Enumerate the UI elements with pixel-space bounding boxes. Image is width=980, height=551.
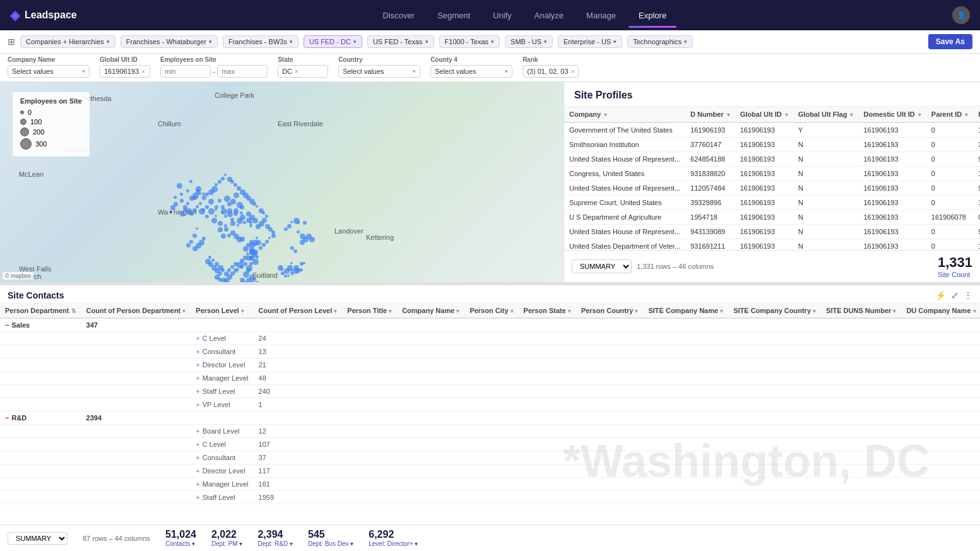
cf-stat-label[interactable]: Dept: PM ▾	[211, 540, 242, 547]
contacts-level-row[interactable]: +Director Level21	[0, 358, 980, 372]
clear-tag-icon[interactable]: ×	[571, 68, 575, 75]
contacts-level-row[interactable]: +Director Level117	[0, 465, 980, 478]
contacts-col-header[interactable]: Person Department ⇅	[0, 304, 81, 318]
sp-table-row[interactable]: Supreme Court, United States393298961619…	[564, 196, 980, 210]
field-select-input[interactable]: Select values▾	[8, 65, 90, 78]
site-profiles-table-wrap[interactable]: Company ▾D Number ▾Global Ult ID ▾Global…	[564, 107, 980, 250]
contacts-col-header[interactable]: Count of Person Department ▾	[81, 304, 191, 318]
expand-level-icon[interactable]: +	[196, 401, 199, 408]
expand-level-icon[interactable]: +	[196, 361, 199, 369]
sp-table-row[interactable]: Congress, United States93183882016190619…	[564, 167, 980, 181]
filter-pill[interactable]: Franchises - BW3s▾	[223, 35, 298, 48]
nav-item-manage[interactable]: Manage	[576, 6, 626, 25]
more-icon[interactable]: ⋮	[964, 290, 972, 300]
sp-table-row[interactable]: United States House of Represent...62485…	[564, 152, 980, 167]
sp-table-row[interactable]: United States Department of Veter...9316…	[564, 239, 980, 251]
cf-stat-label[interactable]: Dept: Bus Dev ▾	[308, 540, 353, 547]
sp-col-header[interactable]: Domestic Ult ID ▾	[858, 107, 926, 122]
filter-grid-icon[interactable]: ⊞	[8, 37, 15, 47]
contacts-level-row[interactable]: +Consultant13	[0, 345, 980, 358]
field-tag-input[interactable]: 161906193×	[100, 65, 150, 78]
sp-col-header[interactable]: Parent ID ▾	[926, 107, 973, 122]
nav-item-unify[interactable]: Unify	[483, 6, 522, 25]
range-min-input[interactable]	[160, 65, 211, 78]
sp-table-row[interactable]: Government of The United States161906193…	[564, 122, 980, 138]
contacts-level-row[interactable]: +Board Level12	[0, 425, 980, 438]
sp-table-row[interactable]: Smithsonian Institution37760147161906193…	[564, 138, 980, 152]
range-max-input[interactable]	[217, 65, 268, 78]
filter-pill[interactable]: Companies + Hierarchies▾	[20, 35, 115, 48]
sp-col-header[interactable]: Headquarter ID ▾	[973, 107, 980, 122]
save-as-button[interactable]: Save As	[928, 34, 972, 49]
logo[interactable]: ◈ Leadspace	[10, 8, 77, 23]
filter-icon[interactable]: ⚡	[935, 290, 946, 300]
contacts-col-header[interactable]: Person State ▾	[519, 304, 576, 318]
sp-table-row[interactable]: U S Department of Agriculture19547181619…	[564, 210, 980, 225]
collapse-icon[interactable]: −	[5, 414, 9, 422]
contacts-col-header[interactable]: SITE DUNS Number ▾	[821, 304, 901, 318]
filter-pill[interactable]: Enterprise - US▾	[558, 35, 622, 48]
contacts-level-row[interactable]: +VP Level1	[0, 398, 980, 412]
sp-site-count-link[interactable]: Site Count	[938, 271, 972, 278]
contacts-level-row[interactable]: +Consultant37	[0, 451, 980, 465]
field-select-input[interactable]: Select values▾	[338, 65, 420, 78]
filter-pill[interactable]: F1000 - Texas▾	[439, 35, 500, 48]
clear-tag-icon[interactable]: ×	[295, 68, 298, 75]
contacts-dept-row[interactable]: −R&D2394	[0, 412, 980, 425]
sp-table-row[interactable]: United States House of Represent...11205…	[564, 181, 980, 196]
contacts-table-wrap[interactable]: *Washington, DC Person Department ⇅Count…	[0, 304, 980, 524]
clear-tag-icon[interactable]: ×	[141, 68, 145, 75]
field-select-input[interactable]: Select values▾	[430, 65, 512, 78]
collapse-icon[interactable]: −	[5, 321, 9, 329]
sp-summary-select[interactable]: SUMMARY	[572, 259, 632, 273]
contacts-col-header[interactable]: Person City ▾	[464, 304, 518, 318]
sp-col-header[interactable]: D Number ▾	[685, 107, 735, 122]
expand-level-icon[interactable]: +	[196, 427, 199, 435]
nav-item-segment[interactable]: Segment	[427, 6, 480, 25]
contacts-level-row[interactable]: +Staff Level1959	[0, 491, 980, 504]
contacts-col-header[interactable]: Count of Person Level ▾	[254, 304, 343, 318]
contacts-col-header[interactable]: DU Company Name ▾	[901, 304, 980, 318]
expand-level-icon[interactable]: +	[196, 441, 199, 448]
contacts-level-row[interactable]: +Manager Level161	[0, 478, 980, 491]
contacts-dept-row[interactable]: −Sales347	[0, 318, 980, 332]
expand-level-icon[interactable]: +	[196, 480, 199, 488]
filter-pill[interactable]: Technographics▾	[627, 35, 693, 48]
sp-table-row[interactable]: United States House of Represent...94313…	[564, 225, 980, 239]
expand-level-icon[interactable]: +	[196, 348, 199, 355]
contacts-level-row[interactable]: +Staff Level240	[0, 385, 980, 398]
contacts-col-header[interactable]: Person Country ▾	[576, 304, 644, 318]
sp-col-header[interactable]: Global Ult ID ▾	[735, 107, 793, 122]
contacts-level-row[interactable]: +C Level24	[0, 332, 980, 345]
filter-pill[interactable]: US FED - Texas▾	[367, 35, 434, 48]
contacts-col-header[interactable]: Company Name ▾	[397, 304, 464, 318]
avatar[interactable]: 👤	[952, 6, 970, 24]
expand-icon[interactable]: ⤢	[951, 290, 959, 300]
expand-level-icon[interactable]: +	[196, 467, 199, 475]
filter-pill[interactable]: Franchises - Whataburger▾	[121, 35, 218, 48]
cf-stat-label[interactable]: Level: Director+ ▾	[369, 540, 418, 547]
contacts-col-header[interactable]: Person Title ▾	[342, 304, 397, 318]
contacts-col-header[interactable]: SITE Company Name ▾	[643, 304, 728, 318]
expand-level-icon[interactable]: +	[196, 374, 199, 382]
contacts-level-row[interactable]: +C Level107	[0, 438, 980, 451]
expand-level-icon[interactable]: +	[196, 454, 199, 461]
sp-col-header[interactable]: Company ▾	[564, 107, 685, 122]
contacts-col-header[interactable]: SITE Company Country ▾	[728, 304, 821, 318]
map-area[interactable]: Bethesda College Park Chillum East River…	[0, 82, 564, 282]
filter-pill[interactable]: SMB - US▾	[505, 35, 553, 48]
cf-stat-label[interactable]: Contacts ▾	[165, 540, 195, 547]
sp-col-header[interactable]: Global Ult Flag ▾	[793, 107, 859, 122]
contacts-col-header[interactable]: Person Level ▾	[191, 304, 253, 318]
nav-item-analyze[interactable]: Analyze	[524, 6, 574, 25]
cf-summary-select[interactable]: SUMMARY	[8, 532, 68, 545]
nav-item-discover[interactable]: Discover	[373, 6, 425, 25]
filter-pill[interactable]: US FED - DC▾	[304, 35, 362, 48]
contacts-level-row[interactable]: +Manager Level48	[0, 372, 980, 385]
expand-level-icon[interactable]: +	[196, 335, 199, 342]
field-tag-input[interactable]: (3) 01, 02, 03×	[522, 65, 579, 78]
expand-level-icon[interactable]: +	[196, 388, 199, 395]
expand-level-icon[interactable]: +	[196, 494, 199, 501]
field-tag-input[interactable]: DC×	[278, 65, 328, 78]
cf-stat-label[interactable]: Dept: R&D ▾	[257, 540, 293, 547]
